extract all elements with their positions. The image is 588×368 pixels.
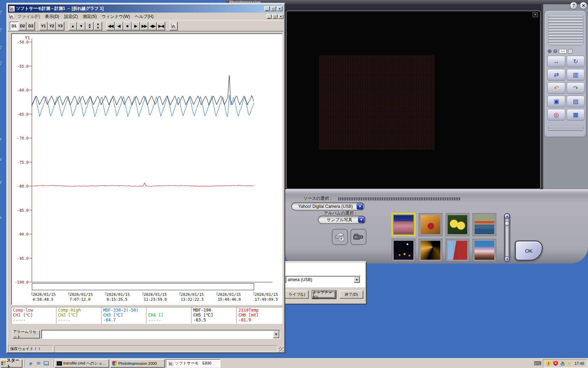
pan-down-button[interactable]: ▼: [77, 22, 85, 30]
desktop-icon-sliver[interactable]: ▽: [0, 27, 4, 32]
desktop-icon-sliver[interactable]: ▽: [0, 45, 4, 50]
resize-grip[interactable]: [279, 347, 284, 352]
expand-horizontal-button[interactable]: ◀▶: [148, 22, 157, 30]
pan-up-button[interactable]: ▲: [69, 22, 77, 30]
close-button[interactable]: ✕: [580, 2, 587, 9]
zoom-out-icon[interactable]: ⊖: [553, 49, 558, 54]
desktop-icon-sliver[interactable]: P: [0, 216, 4, 221]
save-button[interactable]: ▤: [567, 96, 584, 107]
fast-forward-button[interactable]: ▶▶: [140, 22, 148, 30]
compress-vertical-button[interactable]: ▼▲: [94, 22, 102, 30]
taskbar-divider: [52, 360, 54, 367]
compress-horizontal-button[interactable]: ▶◀: [157, 22, 165, 30]
star-icon[interactable]: ★: [567, 361, 572, 366]
dialog-button-2[interactable]: 終了(D): [340, 291, 363, 299]
desktop-icon-sliver[interactable]: V: [0, 180, 4, 185]
security-warning-icon[interactable]: !: [546, 361, 551, 366]
maximize-button[interactable]: □: [271, 6, 276, 11]
source-select-dropdown[interactable]: Yahoo! Digital Camera (USB) ▼: [291, 202, 365, 211]
camera-control-panel: ⊕ ⊖ 1:1 ▫ ↔↻⇄▥↶↷▣▤◎▦: [545, 11, 587, 137]
menu-4[interactable]: ウィンドウ(W): [99, 13, 132, 20]
channel-cell-ch6: 2110Temp CH6 [mV] -81.9: [237, 307, 282, 323]
step-forward-button[interactable]: ▶: [132, 22, 140, 30]
chevron-down-icon[interactable]: ▼: [354, 277, 360, 283]
duplicate-button[interactable]: ▣: [547, 96, 565, 107]
thumbnail-red-rock-spires[interactable]: [392, 213, 415, 236]
close-button[interactable]: ×: [277, 6, 282, 11]
display-d3-button[interactable]: D3: [27, 22, 35, 30]
preview-close-icon[interactable]: ✕: [533, 12, 538, 17]
safely-remove-hardware-icon[interactable]: ➤: [560, 361, 565, 366]
thumbnail-lighthouse-red-roof[interactable]: [446, 239, 469, 262]
scrollbar-thumb[interactable]: [505, 221, 510, 226]
thumbnail-gold-light-trails[interactable]: [419, 239, 442, 262]
camera-device-dropdown[interactable]: amera (USB) ▼: [286, 276, 360, 284]
axis-y1-button[interactable]: Y1: [39, 22, 48, 30]
fit-window-button[interactable]: ↔: [547, 56, 565, 67]
scroll-down-icon[interactable]: ▼: [504, 256, 510, 262]
scanner-source-button[interactable]: [332, 229, 348, 245]
security-alert-icon[interactable]: ×: [553, 361, 558, 366]
display-d2-button[interactable]: D2: [18, 22, 27, 30]
zoom-in-icon[interactable]: ⊕: [547, 49, 552, 54]
stop-button[interactable]: ■: [123, 22, 132, 30]
internet-explorer-icon[interactable]: e: [28, 360, 34, 367]
outlook-express-icon[interactable]: ✉: [35, 360, 42, 367]
mdi-restore-button[interactable]: □: [272, 14, 278, 19]
desktop-icon-sliver[interactable]: ▽: [0, 10, 4, 15]
show-desktop-icon[interactable]: [43, 360, 49, 367]
task-button-0[interactable]: C:\transfile.cmd へのショート...: [55, 359, 109, 368]
undo-button[interactable]: ↶: [547, 82, 565, 94]
mdi-close-button[interactable]: ×: [278, 14, 284, 19]
thumbnail-yellow-wildflowers[interactable]: [446, 213, 469, 236]
step-back-button[interactable]: ◀: [115, 22, 123, 30]
axis-y2-button[interactable]: Y2: [48, 22, 56, 30]
chevron-down-icon[interactable]: ▼: [358, 217, 365, 223]
help-button[interactable]: ?: [570, 2, 578, 9]
desktop-icon-sliver[interactable]: P: [0, 158, 4, 163]
album-select-dropdown[interactable]: サンプル写真 ▼: [318, 216, 366, 224]
thumbnail-harbor-village[interactable]: [472, 213, 496, 236]
scroll-up-icon[interactable]: ▲: [504, 213, 510, 219]
menu-1[interactable]: 表示(D): [42, 13, 62, 20]
mdi-minimize-button[interactable]: _: [266, 14, 272, 19]
dialog-button-0[interactable]: ライブ(L): [285, 291, 309, 299]
chevron-down-icon[interactable]: ▼: [357, 203, 363, 210]
flip-horizontal-button[interactable]: ⇄: [547, 69, 565, 81]
chevron-down-icon[interactable]: ▼: [273, 330, 279, 338]
line-chart: -50.0-55.0-60.0-65.0-70.0-75.0-80.0-85.0…: [12, 34, 283, 305]
ok-button[interactable]: OK: [515, 240, 543, 261]
thumbnail-scrollbar[interactable]: ▲ ▼: [504, 213, 510, 262]
thumbnail-cardinal-bird[interactable]: [419, 213, 442, 236]
refresh-button[interactable]: ↻: [567, 56, 584, 67]
zoom-fit-icon[interactable]: ▫: [568, 49, 573, 54]
video-camera-source-button[interactable]: [350, 229, 366, 245]
thumbnail-sunset-clouds[interactable]: [472, 239, 496, 262]
expand-vertical-button[interactable]: ▲▼: [85, 22, 94, 30]
redo-button[interactable]: ↷: [567, 82, 584, 94]
alarm-reset-button[interactable]: アラームリセット: [13, 330, 40, 339]
task-button-1[interactable]: PhotoImpression 2000: [110, 359, 165, 368]
menu-0[interactable]: ファイル(F): [15, 13, 42, 20]
menu-2[interactable]: 設定(Z): [62, 13, 80, 20]
desktop-icon-sliver[interactable]: ▽: [0, 61, 4, 66]
axis-y3-button[interactable]: Y3: [56, 22, 64, 30]
start-button[interactable]: スタート: [1, 359, 22, 368]
menu-3[interactable]: 測定(S): [80, 13, 99, 20]
keyboard-layout-icon[interactable]: ⌨: [534, 360, 541, 367]
capture-button[interactable]: ◎: [547, 109, 565, 121]
grid-button[interactable]: ▦: [567, 109, 584, 121]
dialog-button-1[interactable]: キャプチャ(C): [312, 291, 336, 299]
time-range-box[interactable]: [32, 283, 254, 290]
titlebar[interactable]: ソフトサーモ計測－計測1 － [折れ線グラフ 1] _ □ ×: [8, 5, 284, 13]
menu-5[interactable]: ヘルプ(H): [132, 13, 156, 20]
task-button-2[interactable]: ソフトサーモ E830: [166, 359, 220, 368]
minimize-button[interactable]: _: [264, 6, 270, 11]
desktop-icon-sliver[interactable]: P: [0, 137, 4, 142]
alarm-message-dropdown[interactable]: ▼: [41, 330, 280, 339]
thumbnail-city-night-skyline[interactable]: [392, 239, 415, 262]
fast-rewind-button[interactable]: ◀◀: [106, 22, 115, 30]
display-d1-button[interactable]: D1: [10, 22, 18, 30]
copy-page-button[interactable]: ▥: [567, 69, 584, 81]
graph-settings-button[interactable]: [169, 22, 178, 30]
